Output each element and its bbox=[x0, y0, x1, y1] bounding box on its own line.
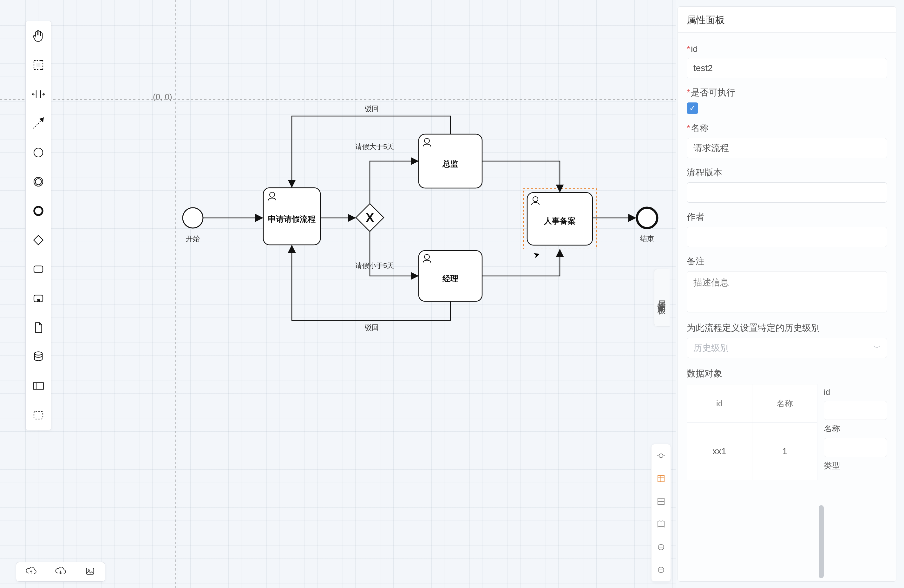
file-actions-bar bbox=[16, 562, 105, 582]
svg-point-6 bbox=[34, 148, 43, 157]
svg-rect-20 bbox=[658, 476, 664, 482]
field-id-label: id bbox=[687, 44, 887, 54]
chevron-down-icon: ﹀ bbox=[874, 343, 880, 352]
side-name-input[interactable] bbox=[824, 438, 887, 457]
gateway-marker: X bbox=[366, 210, 374, 224]
svg-rect-11 bbox=[34, 266, 43, 273]
field-name-input[interactable] bbox=[687, 138, 887, 158]
fit-view-button[interactable] bbox=[651, 467, 670, 490]
origin-coordinates-label: (0, 0) bbox=[153, 92, 172, 102]
field-remark-label: 备注 bbox=[687, 255, 887, 267]
edge-manager-hr[interactable] bbox=[482, 249, 560, 276]
data-object-side-form: id 名称 类型 bbox=[817, 384, 887, 480]
start-event-node[interactable] bbox=[183, 208, 203, 228]
mouse-cursor: ➤ bbox=[532, 249, 541, 261]
side-id-label: id bbox=[824, 387, 887, 397]
data-store-tool[interactable] bbox=[26, 342, 51, 371]
field-executable-checkbox[interactable]: ✓ bbox=[687, 103, 698, 114]
data-table-cell-name[interactable]: 1 bbox=[752, 423, 817, 480]
cloud-upload-button[interactable] bbox=[26, 566, 36, 578]
start-event-label: 开始 bbox=[186, 235, 200, 243]
edge-lt5-label: 请假小于5天 bbox=[355, 262, 394, 270]
view-tools bbox=[651, 444, 671, 582]
end-event-tool[interactable] bbox=[26, 196, 51, 226]
panel-title: 属性面板 bbox=[678, 7, 896, 33]
zoom-out-button[interactable] bbox=[651, 558, 670, 581]
cloud-download-button[interactable] bbox=[55, 566, 66, 578]
field-author-label: 作者 bbox=[687, 211, 887, 223]
field-version-label: 流程版本 bbox=[687, 166, 887, 179]
end-event-label: 结束 bbox=[640, 235, 654, 243]
svg-point-8 bbox=[35, 179, 41, 185]
data-objects-section-title: 数据对象 bbox=[687, 368, 887, 379]
group-tool[interactable] bbox=[26, 401, 51, 430]
svg-rect-16 bbox=[34, 411, 43, 419]
bpmn-diagram: 开始 申请请假流程 X 总监 经理 人事备案 bbox=[0, 0, 676, 588]
field-history-label: 为此流程定义设置特定的历史级别 bbox=[687, 322, 887, 334]
field-history-placeholder: 历史级别 bbox=[694, 342, 729, 354]
panel-toggle-tab[interactable]: 属性面板 bbox=[654, 269, 670, 327]
data-table-col-id: id xx1 bbox=[687, 384, 752, 480]
hand-tool[interactable] bbox=[26, 21, 51, 51]
edge-top-reject-label: 驳回 bbox=[365, 105, 379, 112]
end-event-node[interactable] bbox=[637, 208, 657, 228]
apply-task-label: 申请请假流程 bbox=[268, 214, 316, 223]
tool-palette bbox=[25, 21, 51, 430]
diagram-canvas[interactable]: (0, 0) 开始 申请请假流程 X 总监 bbox=[0, 0, 676, 588]
space-tool[interactable] bbox=[26, 80, 51, 109]
origin-vertical-guide bbox=[175, 0, 176, 588]
edge-director-hr[interactable] bbox=[482, 161, 560, 193]
zoom-in-button[interactable] bbox=[651, 536, 670, 558]
image-export-button[interactable] bbox=[85, 566, 95, 578]
recenter-button[interactable] bbox=[651, 444, 670, 467]
data-table-cell-id[interactable]: xx1 bbox=[687, 423, 752, 480]
panel-body: id 是否可执行 ✓ 名称 流程版本 作者 备注 为此流程定义设置特定的历史级别… bbox=[678, 33, 896, 581]
manager-task-label: 经理 bbox=[442, 274, 458, 283]
side-type-label: 类型 bbox=[824, 460, 887, 471]
data-table-head-id: id bbox=[687, 384, 752, 423]
svg-rect-15 bbox=[33, 383, 43, 389]
field-version-input[interactable] bbox=[687, 182, 887, 203]
start-event-tool[interactable] bbox=[26, 138, 51, 167]
svg-point-18 bbox=[88, 570, 89, 571]
subprocess-tool[interactable] bbox=[26, 284, 51, 313]
svg-rect-17 bbox=[87, 568, 94, 574]
edge-gateway-director[interactable] bbox=[370, 161, 419, 204]
task-tool[interactable] bbox=[26, 254, 51, 284]
pool-tool[interactable] bbox=[26, 371, 51, 401]
field-executable-label: 是否可执行 bbox=[687, 87, 887, 99]
intermediate-event-tool[interactable] bbox=[26, 167, 51, 196]
svg-rect-10 bbox=[34, 236, 43, 245]
toggle-grid-button[interactable] bbox=[651, 490, 670, 513]
hr-task-label: 人事备案 bbox=[544, 216, 576, 225]
connect-tool[interactable] bbox=[26, 109, 51, 138]
data-table-scrollbar[interactable] bbox=[819, 505, 824, 578]
lasso-tool[interactable] bbox=[26, 51, 51, 80]
field-history-select[interactable]: 历史级别 ﹀ bbox=[687, 338, 887, 358]
origin-horizontal-guide bbox=[0, 99, 676, 100]
edge-gt5-label: 请假大于5天 bbox=[355, 143, 394, 151]
data-table-col-name: 名称 1 bbox=[752, 384, 817, 480]
edge-bottom-reject-label: 驳回 bbox=[365, 324, 379, 332]
exclusive-gateway-node[interactable]: X bbox=[356, 204, 384, 232]
field-remark-input[interactable] bbox=[687, 271, 887, 312]
side-id-input[interactable] bbox=[824, 401, 887, 420]
side-name-label: 名称 bbox=[824, 423, 887, 434]
director-task-label: 总监 bbox=[442, 159, 458, 168]
svg-point-9 bbox=[34, 207, 43, 215]
svg-point-19 bbox=[659, 454, 663, 458]
properties-panel: 属性面板 id 是否可执行 ✓ 名称 流程版本 作者 备注 为此流程定义设置特定… bbox=[678, 6, 896, 582]
data-object-tool[interactable] bbox=[26, 313, 51, 342]
field-id-input[interactable] bbox=[687, 58, 887, 78]
gateway-tool[interactable] bbox=[26, 226, 51, 254]
docs-button[interactable] bbox=[651, 513, 670, 536]
field-name-label: 名称 bbox=[687, 122, 887, 134]
svg-point-14 bbox=[35, 352, 43, 355]
field-author-input[interactable] bbox=[687, 227, 887, 247]
data-table-head-name: 名称 bbox=[752, 384, 817, 423]
